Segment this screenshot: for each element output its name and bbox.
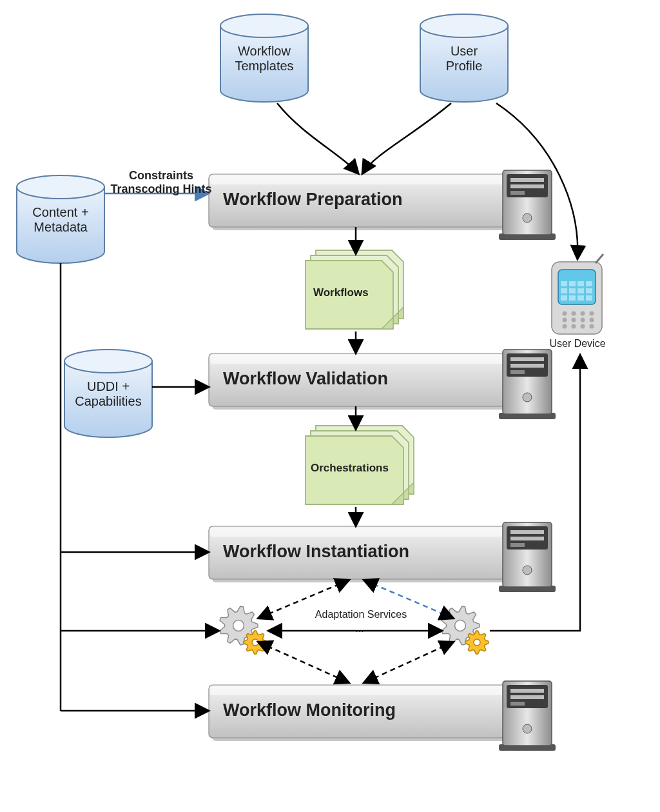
svg-line-74: [596, 254, 603, 263]
process-preparation-label: Workflow Preparation: [223, 190, 481, 215]
svg-rect-42: [510, 702, 525, 706]
process-monitoring-label: Workflow Monitoring: [223, 700, 481, 726]
svg-point-0: [220, 14, 308, 37]
svg-point-65: [572, 312, 576, 316]
svg-rect-36: [210, 686, 530, 695]
svg-point-43: [523, 724, 532, 733]
svg-point-73: [590, 324, 594, 329]
constraints-label: ConstraintsTranscoding Hints: [107, 169, 215, 199]
svg-point-71: [590, 312, 594, 316]
svg-rect-11: [510, 184, 544, 188]
svg-point-63: [563, 318, 567, 322]
svg-point-66: [572, 318, 576, 322]
svg-rect-55: [569, 288, 576, 293]
gear-icon: [244, 631, 267, 654]
svg-rect-26: [210, 528, 530, 537]
svg-point-70: [581, 324, 585, 329]
svg-rect-56: [578, 288, 584, 293]
svg-point-3: [64, 350, 152, 373]
svg-point-62: [563, 312, 567, 316]
svg-point-64: [563, 324, 567, 329]
svg-rect-51: [569, 281, 576, 286]
svg-point-2: [17, 175, 104, 199]
process-validation-label: Workflow Validation: [223, 369, 481, 395]
svg-point-46: [455, 620, 466, 631]
svg-rect-20: [510, 357, 544, 361]
svg-rect-59: [569, 295, 576, 301]
svg-rect-50: [561, 281, 567, 286]
db-user-profile-label: UserProfile: [420, 44, 508, 76]
server-icon: [499, 350, 556, 419]
svg-rect-6: [210, 175, 530, 184]
svg-rect-54: [561, 288, 567, 293]
server-icon: [499, 681, 556, 751]
svg-rect-22: [510, 370, 525, 374]
svg-rect-40: [510, 689, 544, 693]
svg-point-13: [523, 213, 532, 223]
svg-point-33: [523, 566, 532, 575]
db-content-metadata-label: Content +Metadata: [17, 205, 104, 237]
svg-rect-12: [510, 191, 525, 195]
process-instantiation-label: Workflow Instantiation: [223, 542, 481, 568]
svg-point-44: [233, 620, 244, 631]
svg-rect-30: [510, 530, 544, 534]
svg-point-23: [523, 393, 532, 402]
user-device-icon: [552, 254, 603, 334]
db-uddi-label: UDDI +Capabilities: [64, 379, 152, 411]
svg-rect-10: [510, 178, 544, 182]
svg-rect-21: [510, 364, 544, 368]
svg-point-45: [252, 639, 258, 646]
adaptation-services-label: Adaptation Services: [303, 609, 419, 623]
svg-point-1: [420, 14, 508, 37]
svg-point-68: [581, 312, 585, 316]
user-device-label: User Device: [543, 338, 612, 353]
doc-orchestrations-label: Orchestrations: [311, 462, 401, 477]
svg-rect-57: [586, 288, 592, 293]
svg-rect-53: [586, 281, 592, 286]
svg-rect-32: [510, 543, 525, 547]
gear-icon: [465, 631, 489, 654]
svg-rect-61: [586, 295, 592, 301]
svg-rect-41: [510, 695, 544, 699]
svg-point-67: [572, 324, 576, 329]
svg-rect-31: [510, 537, 544, 540]
server-icon: [499, 170, 556, 240]
svg-point-72: [590, 318, 594, 322]
svg-rect-52: [578, 281, 584, 286]
svg-point-69: [581, 318, 585, 322]
db-workflow-templates-label: WorkflowTemplates: [220, 44, 308, 76]
server-icon: [499, 522, 556, 592]
adaptation-ellipsis: ...: [340, 623, 379, 637]
svg-rect-60: [578, 295, 584, 301]
doc-workflows-label: Workflows: [313, 286, 391, 302]
svg-rect-16: [210, 355, 530, 364]
svg-rect-58: [561, 295, 567, 301]
svg-point-47: [474, 639, 480, 646]
